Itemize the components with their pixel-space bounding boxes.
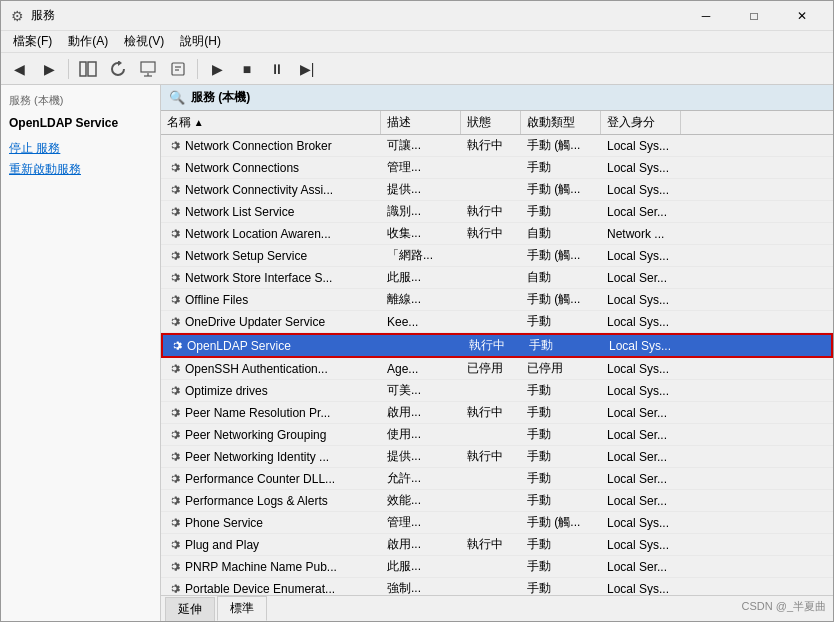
cell-login: Local Ser... xyxy=(601,402,681,423)
cell-desc: 此服... xyxy=(381,556,461,577)
gear-icon xyxy=(167,384,181,398)
column-login[interactable]: 登入身分 xyxy=(601,111,681,134)
cell-startup: 自動 xyxy=(521,223,601,244)
title-bar-controls: ─ □ ✕ xyxy=(683,1,825,31)
panel-search-icon: 🔍 xyxy=(169,90,185,105)
column-startup[interactable]: 啟動類型 xyxy=(521,111,601,134)
cell-desc: Age... xyxy=(381,358,461,379)
cell-desc: 管理... xyxy=(381,157,461,178)
table-row[interactable]: Network Connections 管理... 手動 Local Sys..… xyxy=(161,157,833,179)
table-row[interactable]: Plug and Play 啟用... 執行中 手動 Local Sys... xyxy=(161,534,833,556)
left-panel-title: 服務 (本機) xyxy=(9,93,152,108)
stop-service-link[interactable]: 停止 服務 xyxy=(9,140,152,157)
cell-status xyxy=(461,245,521,266)
column-status[interactable]: 狀態 xyxy=(461,111,521,134)
back-button[interactable]: ◀ xyxy=(5,56,33,82)
restart-button[interactable]: ▶| xyxy=(293,56,321,82)
menu-view[interactable]: 檢視(V) xyxy=(116,31,172,52)
tab-standard[interactable]: 標準 xyxy=(217,596,267,621)
cell-status xyxy=(461,289,521,310)
close-button[interactable]: ✕ xyxy=(779,1,825,31)
toolbar-separator-2 xyxy=(197,59,198,79)
table-row[interactable]: OpenLDAP Service 執行中 手動 Local Sys... xyxy=(161,333,833,358)
cell-name: Plug and Play xyxy=(161,534,381,555)
cell-name: Phone Service xyxy=(161,512,381,533)
cell-name: Peer Networking Identity ... xyxy=(161,446,381,467)
cell-login: Local Ser... xyxy=(601,267,681,288)
column-name[interactable]: 名稱 xyxy=(161,111,381,134)
cell-login: Local Sys... xyxy=(601,380,681,401)
cell-status: 執行中 xyxy=(461,402,521,423)
gear-icon xyxy=(167,450,181,464)
cell-desc: 啟用... xyxy=(381,402,461,423)
table-row[interactable]: PNRP Machine Name Pub... 此服... 手動 Local … xyxy=(161,556,833,578)
table-row[interactable]: Offline Files 離線... 手動 (觸... Local Sys..… xyxy=(161,289,833,311)
pause-button[interactable]: ⏸ xyxy=(263,56,291,82)
cell-login: Local Sys... xyxy=(603,335,683,356)
play-button[interactable]: ▶ xyxy=(203,56,231,82)
service-table[interactable]: 名稱 描述 狀態 啟動類型 登入身分 Network Connection Br… xyxy=(161,111,833,595)
cell-startup: 手動 (觸... xyxy=(521,245,601,266)
table-row[interactable]: Network Location Awaren... 收集... 執行中 自動 … xyxy=(161,223,833,245)
cell-desc: 「網路... xyxy=(381,245,461,266)
export-button[interactable] xyxy=(134,56,162,82)
cell-name: Performance Logs & Alerts xyxy=(161,490,381,511)
cell-startup: 手動 xyxy=(521,446,601,467)
table-row[interactable]: Peer Networking Identity ... 提供... 執行中 手… xyxy=(161,446,833,468)
right-panel: 🔍 服務 (本機) 名稱 描述 狀態 啟動類型 登入身分 Network Con… xyxy=(161,85,833,621)
cell-status: 執行中 xyxy=(463,335,523,356)
cell-login: Local Sys... xyxy=(601,358,681,379)
gear-icon xyxy=(167,428,181,442)
cell-name: Offline Files xyxy=(161,289,381,310)
table-row[interactable]: Peer Name Resolution Pr... 啟用... 執行中 手動 … xyxy=(161,402,833,424)
gear-icon xyxy=(167,582,181,596)
gear-icon xyxy=(167,227,181,241)
table-row[interactable]: Optimize drives 可美... 手動 Local Sys... xyxy=(161,380,833,402)
gear-icon xyxy=(167,315,181,329)
cell-desc: 可讓... xyxy=(381,135,461,156)
table-row[interactable]: Network List Service 識別... 執行中 手動 Local … xyxy=(161,201,833,223)
table-row[interactable]: Network Setup Service 「網路... 手動 (觸... Lo… xyxy=(161,245,833,267)
maximize-button[interactable]: □ xyxy=(731,1,777,31)
table-row[interactable]: Network Connection Broker 可讓... 執行中 手動 (… xyxy=(161,135,833,157)
cell-status xyxy=(461,468,521,489)
table-row[interactable]: Network Store Interface S... 此服... 自動 Lo… xyxy=(161,267,833,289)
table-row[interactable]: OpenSSH Authentication... Age... 已停用 已停用… xyxy=(161,358,833,380)
cell-desc: 提供... xyxy=(381,179,461,200)
show-hide-button[interactable] xyxy=(74,56,102,82)
cell-startup: 手動 xyxy=(521,578,601,595)
refresh-button[interactable] xyxy=(104,56,132,82)
cell-status xyxy=(461,512,521,533)
cell-startup: 自動 xyxy=(521,267,601,288)
gear-icon xyxy=(167,183,181,197)
menu-file[interactable]: 檔案(F) xyxy=(5,31,60,52)
restart-service-link[interactable]: 重新啟動服務 xyxy=(9,161,152,178)
cell-desc: 管理... xyxy=(381,512,461,533)
cell-startup: 手動 (觸... xyxy=(521,135,601,156)
table-body: Network Connection Broker 可讓... 執行中 手動 (… xyxy=(161,135,833,595)
table-row[interactable]: Phone Service 管理... 手動 (觸... Local Sys..… xyxy=(161,512,833,534)
table-row[interactable]: Peer Networking Grouping 使用... 手動 Local … xyxy=(161,424,833,446)
table-row[interactable]: OneDrive Updater Service Kee... 手動 Local… xyxy=(161,311,833,333)
menu-action[interactable]: 動作(A) xyxy=(60,31,116,52)
cell-desc: 識別... xyxy=(381,201,461,222)
table-row[interactable]: Performance Counter DLL... 允許... 手動 Loca… xyxy=(161,468,833,490)
left-panel: 服務 (本機) OpenLDAP Service 停止 服務 重新啟動服務 xyxy=(1,85,161,621)
minimize-button[interactable]: ─ xyxy=(683,1,729,31)
cell-status xyxy=(461,490,521,511)
properties-button[interactable] xyxy=(164,56,192,82)
cell-desc: 離線... xyxy=(381,289,461,310)
column-desc[interactable]: 描述 xyxy=(381,111,461,134)
cell-status xyxy=(461,157,521,178)
cell-name: Network Connectivity Assi... xyxy=(161,179,381,200)
gear-icon xyxy=(167,494,181,508)
stop-button[interactable]: ■ xyxy=(233,56,261,82)
table-row[interactable]: Portable Device Enumerat... 強制... 手動 Loc… xyxy=(161,578,833,595)
menu-help[interactable]: 說明(H) xyxy=(172,31,229,52)
table-row[interactable]: Performance Logs & Alerts 效能... 手動 Local… xyxy=(161,490,833,512)
forward-button[interactable]: ▶ xyxy=(35,56,63,82)
table-row[interactable]: Network Connectivity Assi... 提供... 手動 (觸… xyxy=(161,179,833,201)
cell-name: Network Location Awaren... xyxy=(161,223,381,244)
tab-extend[interactable]: 延伸 xyxy=(165,597,215,621)
cell-desc: 此服... xyxy=(381,267,461,288)
